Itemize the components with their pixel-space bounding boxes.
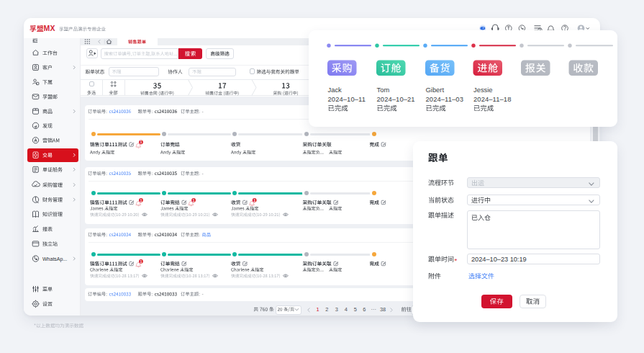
- svg-text:2024–10–23 10:19: 2024–10–23 10:19: [471, 256, 527, 263]
- svg-text:*: *: [455, 256, 458, 264]
